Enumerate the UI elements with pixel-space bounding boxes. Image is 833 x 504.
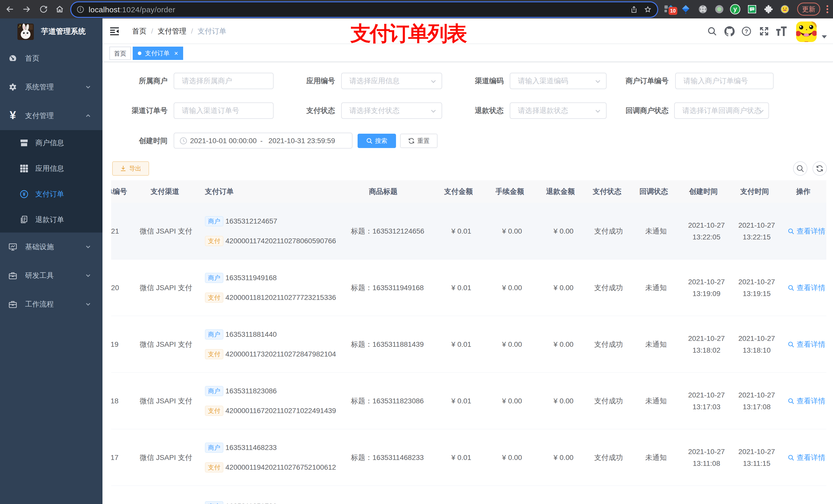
- svg-text:?: ?: [745, 28, 748, 34]
- svg-text:¥: ¥: [23, 191, 26, 197]
- svg-text:y: y: [733, 5, 737, 13]
